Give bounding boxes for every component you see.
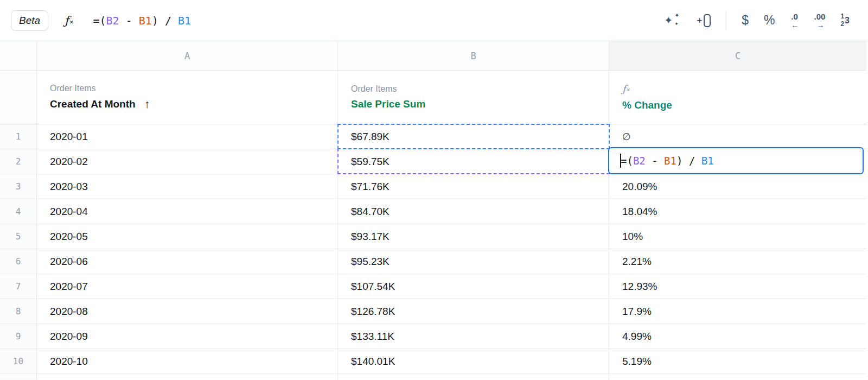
toolbar-divider: [726, 11, 726, 30]
column-header-c[interactable]: C: [609, 41, 866, 71]
active-formula-edit-cell-c2[interactable]: =(B2 - B1) / B1: [608, 147, 864, 174]
cell-month[interactable]: 2020-07: [37, 274, 338, 299]
arrow-right-icon: →: [816, 21, 824, 29]
sort-ascending-icon[interactable]: ↑: [144, 98, 150, 111]
cell-month[interactable]: 2020-01: [37, 124, 338, 149]
currency-format-button[interactable]: $: [742, 13, 749, 28]
cell-month[interactable]: 2020-03: [37, 174, 338, 199]
field-source-label: Order Items: [50, 84, 337, 93]
add-column-button[interactable]: +: [697, 14, 711, 27]
field-header-sale-price-sum[interactable]: Order Items Sale Price Sum: [338, 71, 609, 124]
cell-month[interactable]: 2020-08: [37, 299, 338, 324]
partial-next-row: [0, 374, 866, 380]
column-letter-row: A B C: [0, 41, 866, 71]
beta-badge: Beta: [11, 10, 48, 31]
row-number[interactable]: 6: [0, 249, 37, 274]
row-number[interactable]: 10: [0, 349, 37, 374]
cell-percent-change[interactable]: ∅: [609, 124, 866, 149]
row-number[interactable]: 5: [0, 224, 37, 249]
null-value-icon: ∅: [622, 131, 631, 143]
cell-percent-change[interactable]: 10%: [609, 224, 866, 249]
cell-sale-price[interactable]: $133.11K: [338, 324, 609, 349]
field-name-label: % Change: [622, 99, 866, 111]
cell-percent-change[interactable]: 2.21%: [609, 249, 866, 274]
column-header-b[interactable]: B: [338, 41, 609, 71]
formula-toolbar: Beta ƒ× =(B2 - B1) / B1 ✦ ✦ ✦ + $ % .0 ←…: [0, 0, 868, 41]
percent-format-button[interactable]: %: [764, 13, 775, 28]
decrease-decimal-button[interactable]: .0 ←: [790, 12, 799, 29]
arrow-left-icon: ←: [792, 21, 799, 29]
cell-month[interactable]: 2020-04: [37, 199, 338, 224]
field-name-label: Created At Month ↑: [50, 98, 337, 111]
cell-month[interactable]: 2020-10: [37, 349, 338, 374]
cell-percent-change[interactable]: 5.19%: [609, 349, 866, 374]
increase-decimal-button[interactable]: .00 →: [814, 12, 826, 29]
cell-sale-price[interactable]: $71.76K: [338, 174, 609, 199]
field-header-created-at-month[interactable]: Order Items Created At Month ↑: [37, 71, 338, 124]
cell-sale-price[interactable]: $107.54K: [338, 274, 609, 299]
column-header-a[interactable]: A: [37, 41, 338, 71]
cell-sale-price[interactable]: $59.75K: [338, 149, 609, 174]
row-number[interactable]: 2: [0, 149, 37, 174]
cell-month[interactable]: 2020-09: [37, 324, 338, 349]
formula-input[interactable]: =(B2 - B1) / B1: [93, 14, 191, 27]
ai-sparkles-button[interactable]: ✦ ✦ ✦: [664, 12, 681, 29]
row-number[interactable]: 9: [0, 324, 37, 349]
header-gutter-cell: [0, 71, 37, 124]
formula-column-fx-icon: ƒ×: [622, 83, 866, 95]
cell-percent-change[interactable]: 12.93%: [609, 274, 866, 299]
cell-sale-price[interactable]: $93.17K: [338, 224, 609, 249]
cell-formula-text: =(B2 - B1) / B1: [621, 155, 714, 167]
row-number[interactable]: 3: [0, 174, 37, 199]
row-number[interactable]: 1: [0, 124, 37, 149]
spreadsheet: A B C Order Items Created At Month ↑ Ord…: [0, 41, 866, 380]
cell-sale-price[interactable]: $84.70K: [338, 199, 609, 224]
cell-sale-price[interactable]: $126.78K: [338, 299, 609, 324]
row-number[interactable]: 4: [0, 199, 37, 224]
number-format-button[interactable]: 1 2 3: [840, 13, 850, 27]
row-number[interactable]: 7: [0, 274, 37, 299]
cell-sale-price[interactable]: $140.01K: [338, 349, 609, 374]
cell-sale-price[interactable]: $67.89K: [338, 124, 609, 149]
cell-percent-change[interactable]: 4.99%: [609, 324, 866, 349]
column-rect-icon: [704, 14, 711, 27]
cell-percent-change[interactable]: 20.09%: [609, 174, 866, 199]
row-number[interactable]: 8: [0, 299, 37, 324]
fx-icon: ƒ×: [65, 14, 73, 27]
cell-percent-change[interactable]: 18.04%: [609, 199, 866, 224]
cell-sale-price[interactable]: $95.23K: [338, 249, 609, 274]
corner-cell: [0, 41, 37, 71]
cell-month[interactable]: 2020-05: [37, 224, 338, 249]
field-source-label: Order Items: [351, 84, 609, 94]
cell-month[interactable]: 2020-02: [37, 149, 338, 174]
field-name-label: Sale Price Sum: [351, 98, 609, 110]
cell-percent-change[interactable]: 17.9%: [609, 299, 866, 324]
field-header-row: Order Items Created At Month ↑ Order Ite…: [0, 71, 866, 124]
cell-month[interactable]: 2020-06: [37, 249, 338, 274]
field-header-percent-change[interactable]: ƒ× % Change: [609, 71, 866, 124]
